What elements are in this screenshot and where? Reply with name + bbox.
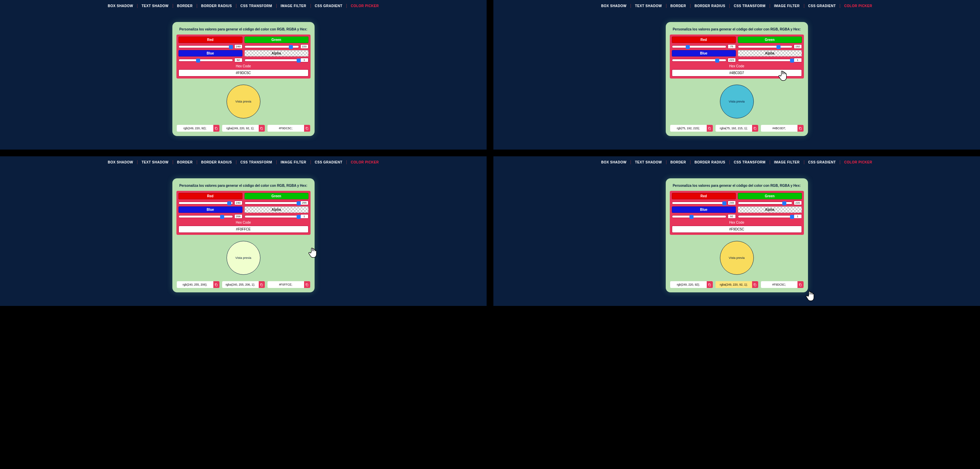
nav-css-transform[interactable]: CSS TRANSFORM xyxy=(236,4,277,8)
blue-value[interactable]: 215 xyxy=(728,58,736,62)
blue-label: Blue xyxy=(672,50,736,57)
instruction-text: Personaliza los valores para generar el … xyxy=(177,182,310,191)
rgba-output: rgba(249, 220, 92, 1); xyxy=(715,281,759,288)
nav-border[interactable]: BORDER xyxy=(667,160,690,164)
hex-text: #F9DC5C; xyxy=(761,281,797,288)
rgba-copy-button[interactable] xyxy=(752,281,758,288)
red-slider[interactable] xyxy=(178,202,233,204)
blue-slider[interactable] xyxy=(672,215,726,218)
hex-input[interactable] xyxy=(178,226,309,233)
rgb-copy-button[interactable] xyxy=(707,125,713,132)
nav-border-radius[interactable]: BORDER RADIUS xyxy=(197,160,236,164)
nav-text-shadow[interactable]: TEXT SHADOW xyxy=(137,160,173,164)
nav-border-radius[interactable]: BORDER RADIUS xyxy=(690,160,730,164)
red-slider[interactable] xyxy=(672,45,726,48)
blue-value[interactable]: 92 xyxy=(234,58,242,62)
nav-css-transform[interactable]: CSS TRANSFORM xyxy=(236,160,277,164)
rgba-copy-button[interactable] xyxy=(259,281,265,288)
hex-copy-button[interactable] xyxy=(797,125,803,132)
rgba-text: rgba(249, 220, 92, 1); xyxy=(222,125,259,132)
nav-color-picker[interactable]: COLOR PICKER xyxy=(840,4,877,8)
hex-text: #F9DC5C; xyxy=(267,125,304,132)
rgba-output: rgba(75, 192, 215, 1); xyxy=(715,125,759,132)
controls: Red249Green220Blue92Alpha1Hex Code xyxy=(177,35,310,79)
green-slider[interactable] xyxy=(245,45,299,48)
cursor-icon xyxy=(309,247,319,259)
alpha-value[interactable]: 1 xyxy=(301,58,309,62)
hex-output: #F9DC5C; xyxy=(267,125,310,132)
alpha-value[interactable]: 1 xyxy=(794,58,802,62)
rgb-copy-button[interactable] xyxy=(213,125,220,132)
nav-border[interactable]: BORDER xyxy=(667,4,690,8)
green-value[interactable]: 255 xyxy=(301,201,309,205)
rgba-copy-button[interactable] xyxy=(259,125,265,132)
blue-slider[interactable] xyxy=(178,215,233,218)
green-slider[interactable] xyxy=(738,202,792,204)
rgb-text: rgb(249, 220, 92); xyxy=(177,125,213,132)
green-label: Green xyxy=(738,193,802,199)
rgb-text: rgb(75, 192, 215); xyxy=(670,125,707,132)
green-label: Green xyxy=(738,36,802,43)
nav-css-gradient[interactable]: CSS GRADIENT xyxy=(311,4,347,8)
blue-slider[interactable] xyxy=(178,59,233,62)
hex-input[interactable] xyxy=(672,226,802,233)
nav-image-filter[interactable]: IMAGE FILTER xyxy=(770,4,804,8)
blue-slider[interactable] xyxy=(672,59,726,62)
red-label: Red xyxy=(178,193,242,199)
instruction-text: Personaliza los valores para generar el … xyxy=(177,26,310,35)
green-slider[interactable] xyxy=(245,202,299,204)
red-label: Red xyxy=(672,36,736,43)
nav-text-shadow[interactable]: TEXT SHADOW xyxy=(137,4,173,8)
nav-css-gradient[interactable]: CSS GRADIENT xyxy=(804,160,840,164)
nav-color-picker[interactable]: COLOR PICKER xyxy=(840,160,877,164)
blue-label: Blue xyxy=(672,206,736,213)
red-value[interactable]: 75 xyxy=(728,44,736,49)
nav-text-shadow[interactable]: TEXT SHADOW xyxy=(631,4,666,8)
blue-value[interactable]: 206 xyxy=(234,214,242,219)
rgb-copy-button[interactable] xyxy=(213,281,220,288)
rgb-copy-button[interactable] xyxy=(707,281,713,288)
hex-copy-button[interactable] xyxy=(797,281,803,288)
red-value[interactable]: 240 xyxy=(234,201,242,205)
rgba-text: rgba(75, 192, 215, 1); xyxy=(716,125,752,132)
alpha-slider[interactable] xyxy=(738,59,792,62)
nav-color-picker[interactable]: COLOR PICKER xyxy=(347,160,383,164)
nav-image-filter[interactable]: IMAGE FILTER xyxy=(277,160,311,164)
red-slider[interactable] xyxy=(178,45,233,48)
green-value[interactable]: 220 xyxy=(794,201,802,205)
nav-box-shadow[interactable]: BOX SHADOW xyxy=(597,4,631,8)
red-value[interactable]: 249 xyxy=(234,44,242,49)
nav-css-gradient[interactable]: CSS GRADIENT xyxy=(311,160,347,164)
rgb-output: rgb(249, 220, 92); xyxy=(670,281,713,288)
green-value[interactable]: 192 xyxy=(794,44,802,49)
nav-box-shadow[interactable]: BOX SHADOW xyxy=(597,160,631,164)
nav-border[interactable]: BORDER xyxy=(173,4,197,8)
hex-copy-button[interactable] xyxy=(304,125,310,132)
blue-value[interactable]: 92 xyxy=(728,214,736,219)
alpha-slider[interactable] xyxy=(245,215,299,218)
alpha-slider[interactable] xyxy=(738,215,792,218)
nav-text-shadow[interactable]: TEXT SHADOW xyxy=(631,160,666,164)
nav-css-transform[interactable]: CSS TRANSFORM xyxy=(730,160,770,164)
red-slider[interactable] xyxy=(672,202,726,204)
nav-box-shadow[interactable]: BOX SHADOW xyxy=(103,160,137,164)
nav-color-picker[interactable]: COLOR PICKER xyxy=(347,4,383,8)
nav-image-filter[interactable]: IMAGE FILTER xyxy=(770,160,804,164)
alpha-slider[interactable] xyxy=(245,59,299,62)
hex-input[interactable] xyxy=(672,70,802,76)
nav-border-radius[interactable]: BORDER RADIUS xyxy=(690,4,730,8)
red-value[interactable]: 249 xyxy=(728,201,736,205)
rgba-copy-button[interactable] xyxy=(752,125,758,132)
nav-border[interactable]: BORDER xyxy=(173,160,197,164)
nav-css-gradient[interactable]: CSS GRADIENT xyxy=(804,4,840,8)
nav-border-radius[interactable]: BORDER RADIUS xyxy=(197,4,236,8)
green-slider[interactable] xyxy=(738,45,792,48)
hex-copy-button[interactable] xyxy=(304,281,310,288)
nav-image-filter[interactable]: IMAGE FILTER xyxy=(277,4,311,8)
alpha-value[interactable]: 1 xyxy=(794,214,802,219)
alpha-value[interactable]: 1 xyxy=(301,214,309,219)
hex-input[interactable] xyxy=(178,70,309,76)
nav-box-shadow[interactable]: BOX SHADOW xyxy=(103,4,137,8)
nav-css-transform[interactable]: CSS TRANSFORM xyxy=(730,4,770,8)
green-value[interactable]: 220 xyxy=(301,44,309,49)
